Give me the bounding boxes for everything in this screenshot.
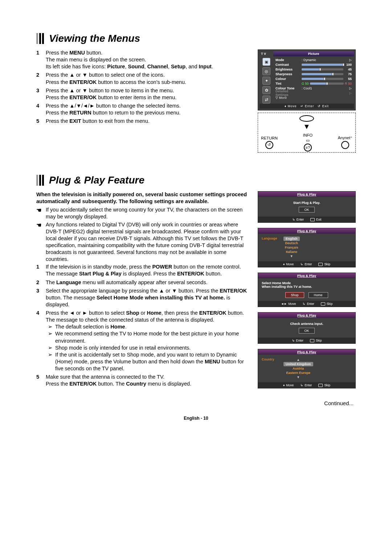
osd-title: Plug & Play bbox=[258, 349, 355, 355]
setup-icon: ✿ bbox=[262, 86, 270, 94]
country-option: United Kingdom bbox=[283, 362, 313, 366]
osd-foot-enter: Enter bbox=[296, 339, 303, 342]
info-button-icon: ≡? bbox=[304, 144, 312, 152]
section-2-steps: 1If the television is in standby mode, p… bbox=[36, 263, 250, 387]
osd-title: Plug & Play bbox=[258, 228, 355, 234]
osd-antenna: Plug & Play Check antenna input. OK Ente… bbox=[258, 312, 356, 344]
osd-foot-enter: Enter bbox=[305, 383, 312, 387]
down-arrow-icon: ▼ bbox=[303, 122, 310, 131]
step-item: 2Press the ▲ or ▼ button to select one o… bbox=[36, 72, 250, 85]
return-label: RETURN bbox=[261, 136, 278, 140]
osd-foot-enter: Enter bbox=[305, 262, 312, 266]
step-item: 5Make sure that the antenna is connected… bbox=[36, 374, 250, 387]
menu-row: Contrast100 bbox=[275, 62, 352, 67]
osd-foot-skip: Skip bbox=[324, 262, 330, 266]
osd-foot-exit: Exit bbox=[316, 218, 321, 221]
menu-foot-enter: Enter bbox=[305, 104, 314, 108]
osd-country: Plug & Play Country ▲United KingdomAustr… bbox=[258, 349, 356, 388]
menu-row: Brightness45 bbox=[275, 67, 352, 72]
menu-title: Picture bbox=[273, 51, 354, 56]
step-item: 3Press the ▲ or ▼ button to move to item… bbox=[36, 87, 250, 101]
title-bars-icon bbox=[36, 175, 44, 186]
input-icon: ⇄ bbox=[262, 96, 270, 104]
osd-foot-skip: Skip bbox=[327, 302, 333, 306]
osd-title: Plug & Play bbox=[258, 313, 355, 318]
down-arrow-icon: ▼ bbox=[283, 375, 313, 379]
osd-foot-skip: Skip bbox=[324, 383, 330, 387]
menu-items: Mode: Dynamic ▷Contrast100Brightness45Sh… bbox=[273, 56, 354, 104]
language-option: Français bbox=[283, 245, 300, 250]
home-msg-2: When installing this TV at home. bbox=[262, 285, 312, 289]
osd-foot-move: Move bbox=[286, 383, 294, 387]
section-1-content: 1Press the MENU button.The main menu is … bbox=[36, 49, 356, 153]
step-item: 5Press the EXIT button to exit from the … bbox=[36, 118, 250, 125]
menu-row: Detailed Settings▷ bbox=[275, 90, 352, 95]
country-label: Country bbox=[262, 358, 283, 379]
menu-row: Colour55 bbox=[275, 76, 352, 81]
osd-foot-skip: Skip bbox=[316, 339, 322, 342]
osd-start-msg: Start Plug & Play. bbox=[293, 201, 320, 205]
title-bars-icon bbox=[36, 33, 44, 44]
osd-home-mode: Plug & Play Select Home ModeWhen install… bbox=[258, 273, 356, 307]
section-1-steps: 1Press the MENU button.The main menu is … bbox=[36, 49, 250, 125]
up-arrow-icon: ▲ bbox=[283, 358, 313, 362]
menu-footer: ♦ Move ↵ Enter ↺ Exit bbox=[260, 104, 354, 109]
note-item: ☚Any functions related to Digital TV (DV… bbox=[36, 221, 250, 263]
remote-diagram: ▼ RETURN↺ INFO ▭≡? Anynet⁺ COLOR BUTTON bbox=[258, 113, 356, 153]
anynet-button-icon bbox=[341, 141, 349, 149]
step-item: 2The Language menu will automatically ap… bbox=[36, 279, 250, 286]
note-item: ☚If you accidentally select the wrong co… bbox=[36, 206, 250, 220]
return-button-icon: ↺ bbox=[265, 141, 273, 149]
nav-pad-icon bbox=[299, 115, 314, 122]
ok-button: OK bbox=[299, 328, 314, 334]
intro-text: When the television is initially powered… bbox=[36, 191, 250, 205]
step-item: 4Press the ▲/▼/◄/► button to change the … bbox=[36, 102, 250, 116]
osd-antenna-msg: Check antenna input. bbox=[290, 322, 323, 326]
sound-icon: ◎ bbox=[262, 67, 270, 75]
language-option: Italiano bbox=[283, 250, 300, 254]
osd-foot-move: Move bbox=[286, 262, 294, 266]
step-item: 1If the television is in standby mode, p… bbox=[36, 263, 250, 277]
step-item: 3Select the appropriate language by pres… bbox=[36, 287, 250, 308]
shop-button: Shop bbox=[285, 292, 304, 298]
channel-icon: ✦ bbox=[262, 77, 270, 85]
menu-foot-move: Move bbox=[288, 104, 297, 108]
anynet-label: Anynet⁺ bbox=[338, 136, 352, 140]
osd-start: Plug & Play Start Plug & Play. OK Enter … bbox=[258, 191, 356, 223]
heading-viewing-menus: Viewing the Menus bbox=[49, 33, 140, 44]
menu-row: Mode: Dynamic ▷ bbox=[275, 57, 352, 62]
menu-row: TintG 50R 50 bbox=[275, 81, 352, 86]
step-item: 4Press the ◄ or ► button to select Shop … bbox=[36, 310, 250, 372]
country-option: Austria bbox=[283, 366, 313, 371]
menu-sidebar-icons: ▣ ◎ ✦ ✿ ⇄ bbox=[260, 56, 273, 104]
menu-row: Sharpness75 bbox=[275, 72, 352, 76]
osd-title: Plug & Play bbox=[258, 192, 355, 197]
heading-plug-play: Plug & Play Feature bbox=[49, 174, 144, 186]
country-options: ▲United KingdomAustriaEastern Europe▼ bbox=[283, 358, 313, 379]
home-button: Home bbox=[309, 292, 328, 298]
country-option: Eastern Europe bbox=[283, 371, 313, 375]
osd-foot-move: Move bbox=[289, 302, 296, 306]
info-label: INFO ▭ bbox=[303, 133, 313, 143]
language-label: Language bbox=[262, 237, 283, 258]
menu-foot-exit: Exit bbox=[322, 104, 329, 108]
osd-language: Plug & Play Language EnglishDeutschFranç… bbox=[258, 228, 356, 267]
menu-tv-label: T V bbox=[260, 51, 273, 56]
page-footer: English - 10 bbox=[36, 416, 356, 421]
section-1-title: Viewing the Menus bbox=[36, 33, 356, 44]
language-options: EnglishDeutschFrançaisItaliano▼ bbox=[283, 237, 300, 258]
osd-foot-enter: Enter bbox=[307, 302, 314, 306]
step-item: 1Press the MENU button.The main menu is … bbox=[36, 49, 250, 70]
tv-menu-screenshot: T V Picture ▣ ◎ ✦ ✿ ⇄ Mode: Dynamic ▷Con… bbox=[258, 49, 356, 110]
osd-title: Plug & Play bbox=[258, 273, 355, 278]
down-arrow-icon: ▼ bbox=[283, 254, 300, 258]
ok-button: OK bbox=[299, 207, 314, 213]
osd-foot-enter: Enter bbox=[297, 218, 304, 221]
language-option: Deutsch bbox=[283, 241, 300, 245]
continued-label: Continued... bbox=[36, 400, 356, 406]
language-option: English bbox=[283, 237, 300, 241]
section-2-title: Plug & Play Feature bbox=[36, 174, 356, 186]
picture-icon: ▣ bbox=[262, 58, 270, 66]
home-msg-1: Select Home Mode bbox=[262, 281, 291, 285]
